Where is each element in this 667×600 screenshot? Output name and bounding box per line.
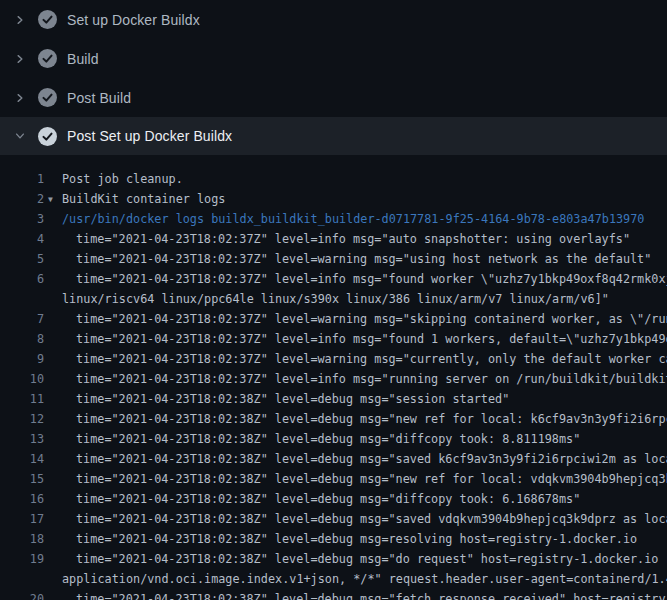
chevron-right-icon <box>12 90 28 106</box>
log-line-number[interactable]: 9 <box>0 349 44 369</box>
log-row: 8time="2021-04-23T18:02:37Z" level=info … <box>0 329 667 349</box>
log-row: 13time="2021-04-23T18:02:38Z" level=debu… <box>0 429 667 449</box>
check-circle-icon <box>38 49 57 68</box>
log-row: application/vnd.oci.image.index.v1+json,… <box>0 569 667 589</box>
log-text: time="2021-04-23T18:02:38Z" level=debug … <box>44 589 667 600</box>
log-text: time="2021-04-23T18:02:37Z" level=warnin… <box>44 249 651 269</box>
log-row: linux/riscv64 linux/ppc64le linux/s390x … <box>0 289 667 309</box>
log-line-number[interactable]: 17 <box>0 509 44 529</box>
log-text: time="2021-04-23T18:02:38Z" level=debug … <box>44 429 580 449</box>
log-text: time="2021-04-23T18:02:38Z" level=debug … <box>44 409 667 429</box>
group-label: BuildKit container logs <box>62 192 225 206</box>
log-line-number[interactable]: 1 <box>0 169 44 189</box>
log-text: time="2021-04-23T18:02:38Z" level=debug … <box>44 449 667 469</box>
log-text: time="2021-04-23T18:02:37Z" level=info m… <box>44 269 667 289</box>
log-line-number[interactable]: 4 <box>0 229 44 249</box>
log-row: 5time="2021-04-23T18:02:37Z" level=warni… <box>0 249 667 269</box>
log-text: time="2021-04-23T18:02:37Z" level=warnin… <box>44 309 667 329</box>
chevron-down-icon <box>12 128 28 144</box>
log-text: Post job cleanup. <box>44 169 183 189</box>
log-row: 10time="2021-04-23T18:02:37Z" level=info… <box>0 369 667 389</box>
log-text: time="2021-04-23T18:02:38Z" level=debug … <box>44 509 667 529</box>
check-circle-icon <box>38 10 57 29</box>
log-text: time="2021-04-23T18:02:37Z" level=warnin… <box>44 349 667 369</box>
log-row: 20time="2021-04-23T18:02:38Z" level=debu… <box>0 589 667 600</box>
step-row[interactable]: Set up Docker Buildx <box>0 0 667 39</box>
log-line-number[interactable]: 15 <box>0 469 44 489</box>
log-line-number[interactable]: 20 <box>0 589 44 600</box>
step-label: Post Set up Docker Buildx <box>67 128 232 144</box>
log-row: 15time="2021-04-23T18:02:38Z" level=debu… <box>0 469 667 489</box>
log-text: time="2021-04-23T18:02:37Z" level=info m… <box>44 229 630 249</box>
log-text: time="2021-04-23T18:02:38Z" level=debug … <box>44 549 667 569</box>
log-row: 4time="2021-04-23T18:02:37Z" level=info … <box>0 229 667 249</box>
log-line-number[interactable]: 5 <box>0 249 44 269</box>
step-row[interactable]: Post Build <box>0 78 667 117</box>
log-row: 6time="2021-04-23T18:02:37Z" level=info … <box>0 269 667 289</box>
log-row: 12time="2021-04-23T18:02:38Z" level=debu… <box>0 409 667 429</box>
log-row: 18time="2021-04-23T18:02:38Z" level=debu… <box>0 529 667 549</box>
chevron-right-icon <box>12 12 28 28</box>
log-row: 11time="2021-04-23T18:02:38Z" level=debu… <box>0 389 667 409</box>
log-line-number[interactable]: 18 <box>0 529 44 549</box>
log-line-number[interactable]: 14 <box>0 449 44 469</box>
log-row: 9time="2021-04-23T18:02:37Z" level=warni… <box>0 349 667 369</box>
log-line-number[interactable]: 13 <box>0 429 44 449</box>
log-line-number[interactable]: 16 <box>0 489 44 509</box>
step-row[interactable]: Build <box>0 39 667 78</box>
log-line-number[interactable]: 11 <box>0 389 44 409</box>
log-text: time="2021-04-23T18:02:38Z" level=debug … <box>44 529 637 549</box>
log-line-number <box>0 569 44 589</box>
check-circle-icon <box>38 88 57 107</box>
log-row: 14time="2021-04-23T18:02:38Z" level=debu… <box>0 449 667 469</box>
log-row: 7time="2021-04-23T18:02:37Z" level=warni… <box>0 309 667 329</box>
check-circle-icon <box>38 127 57 146</box>
log-line-number[interactable]: 10 <box>0 369 44 389</box>
log-text: time="2021-04-23T18:02:38Z" level=debug … <box>44 389 509 409</box>
log-line-number <box>0 289 44 309</box>
log-text: time="2021-04-23T18:02:37Z" level=info m… <box>44 329 667 349</box>
chevron-right-icon <box>12 51 28 67</box>
step-label: Set up Docker Buildx <box>67 12 200 28</box>
log-row: 16time="2021-04-23T18:02:38Z" level=debu… <box>0 489 667 509</box>
step-label: Build <box>67 51 99 67</box>
group-caret-icon: ▼ <box>48 190 62 209</box>
log-line-number[interactable]: 12 <box>0 409 44 429</box>
log-viewer: 1Post job cleanup.2▼BuildKit container l… <box>0 155 667 600</box>
log-line-number[interactable]: 7 <box>0 309 44 329</box>
log-text[interactable]: ▼BuildKit container logs <box>44 189 225 209</box>
log-row: 3/usr/bin/docker logs buildx_buildkit_bu… <box>0 209 667 229</box>
log-line-number[interactable]: 19 <box>0 549 44 569</box>
log-text: time="2021-04-23T18:02:37Z" level=info m… <box>44 369 667 389</box>
step-list: Set up Docker BuildxBuildPost BuildPost … <box>0 0 667 155</box>
log-line-number[interactable]: 3 <box>0 209 44 229</box>
log-row: 19time="2021-04-23T18:02:38Z" level=debu… <box>0 549 667 569</box>
log-row: 17time="2021-04-23T18:02:38Z" level=debu… <box>0 509 667 529</box>
log-command-text: /usr/bin/docker logs buildx_buildkit_bui… <box>44 209 644 229</box>
log-line-number[interactable]: 6 <box>0 269 44 289</box>
step-row[interactable]: Post Set up Docker Buildx <box>0 117 667 155</box>
log-text: application/vnd.oci.image.index.v1+json,… <box>44 569 667 589</box>
log-row: 1Post job cleanup. <box>0 169 667 189</box>
log-text: time="2021-04-23T18:02:38Z" level=debug … <box>44 469 667 489</box>
log-text: linux/riscv64 linux/ppc64le linux/s390x … <box>44 289 609 309</box>
log-line-number[interactable]: 8 <box>0 329 44 349</box>
log-text: time="2021-04-23T18:02:38Z" level=debug … <box>44 489 580 509</box>
step-label: Post Build <box>67 90 131 106</box>
log-row: 2▼BuildKit container logs <box>0 189 667 209</box>
log-line-number[interactable]: 2 <box>0 189 44 209</box>
